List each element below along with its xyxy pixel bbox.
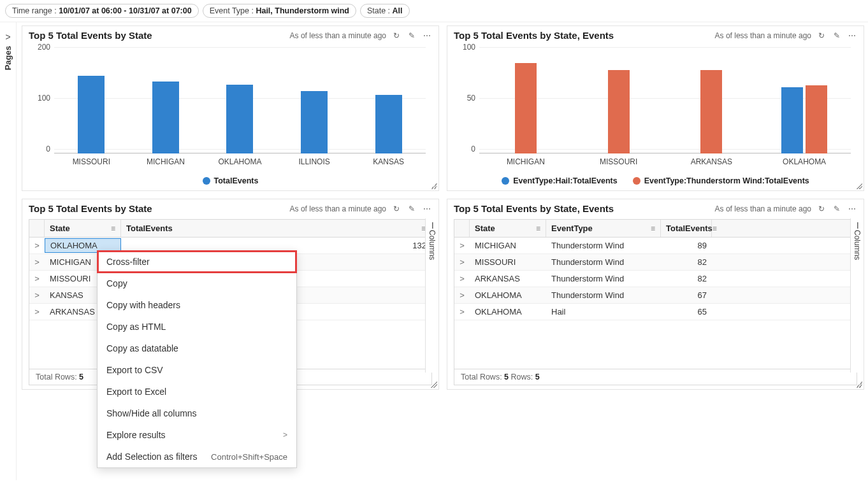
edit-icon[interactable]: ✎ [832,31,842,41]
columns-rail[interactable]: |||Columns [850,218,863,373]
table-cell[interactable]: 82 [661,272,712,285]
expand-row-icon[interactable]: > [454,255,470,269]
legend-item[interactable]: EventType:Thunderstorm Wind:TotalEvents [633,176,809,185]
resize-handle-icon[interactable] [431,183,437,189]
table-cell[interactable]: 89 [661,239,712,252]
context-menu-item[interactable]: Cross-filter [98,251,296,273]
table-cell[interactable]: OKLAHOMA [470,305,546,318]
column-header-label: TotalEvents [666,224,712,233]
table-row[interactable]: >OKLAHOMAThunderstorm Wind67 [454,287,857,304]
expand-row-icon[interactable]: > [454,272,470,285]
filter-pill[interactable]: State : All [360,4,410,18]
chart-top-left[interactable]: 0100200MISSOURIMICHIGANOKLAHOMAILLINOISK… [29,43,432,187]
bar-group[interactable] [572,70,665,153]
bar[interactable] [375,95,402,153]
bar[interactable] [152,82,179,153]
bar[interactable] [781,87,803,153]
x-tick-label: OKLAHOMA [758,157,851,166]
context-menu-item[interactable]: Explore results> [98,424,296,446]
table-cell[interactable]: Hail [546,305,661,318]
column-menu-icon[interactable]: ≡ [651,224,655,233]
bar-group[interactable] [665,70,758,153]
bar[interactable] [301,91,328,153]
context-menu-item[interactable]: Export to CSV [98,359,296,381]
table-row[interactable]: >MICHIGANThunderstorm Wind89 [454,238,857,254]
legend-item[interactable]: EventType:Hail:TotalEvents [502,176,617,185]
table-cell[interactable]: 65 [661,305,712,318]
column-header[interactable]: TotalEvents≡ [661,220,712,237]
context-menu-item[interactable]: Show/Hide all columns [98,402,296,424]
table-cell[interactable]: OKLAHOMA [470,288,546,302]
chevron-right-icon[interactable]: > [5,32,10,42]
table-row[interactable]: >MISSOURIThunderstorm Wind82 [454,254,857,271]
bar-group[interactable] [758,85,851,153]
column-menu-icon[interactable]: ≡ [712,224,717,233]
bar[interactable] [608,70,630,153]
table-cell[interactable]: 82 [661,255,712,269]
table-cell[interactable]: 67 [661,288,712,302]
table-cell[interactable]: Thunderstorm Wind [546,288,661,302]
expand-row-icon[interactable]: > [454,305,470,318]
table-row[interactable]: >OKLAHOMAHail65 [454,304,857,320]
column-menu-icon[interactable]: ≡ [536,224,540,233]
resize-handle-icon[interactable] [856,183,862,189]
edit-icon[interactable]: ✎ [407,204,417,214]
table-cell[interactable]: MICHIGAN [470,239,546,252]
column-header[interactable]: TotalEvents≡ [121,220,431,237]
context-menu-item[interactable]: Export to Excel [98,381,296,402]
table-cell[interactable]: Thunderstorm Wind [546,255,661,269]
context-menu-item[interactable]: Add Selection as filtersControl+Shift+Sp… [98,446,296,467]
column-header[interactable]: EventType≡ [546,220,661,237]
more-icon[interactable]: ⋯ [847,204,857,214]
refresh-icon[interactable]: ↻ [391,31,401,41]
table-cell[interactable]: Thunderstorm Wind [546,272,661,285]
bar[interactable] [806,85,827,153]
bar[interactable] [226,85,253,153]
bar[interactable] [700,70,722,153]
context-menu-item[interactable]: Copy as HTML [98,316,296,338]
expand-row-icon[interactable]: > [29,305,45,318]
expand-row-icon[interactable]: > [454,288,470,302]
filter-pill[interactable]: Time range : 10/01/07 at 06:00 - 10/31/0… [5,4,199,18]
context-menu-item[interactable]: Copy as datatable [98,338,296,359]
bar-group[interactable] [129,82,203,153]
table-cell[interactable]: Thunderstorm Wind [546,239,661,252]
resize-handle-icon[interactable] [856,381,862,388]
table-cell[interactable]: MISSOURI [470,255,546,269]
table-cell[interactable]: ARKANSAS [470,272,546,285]
edit-icon[interactable]: ✎ [832,204,842,214]
context-menu-label: Copy with headers [106,300,180,310]
refresh-icon[interactable]: ↻ [816,31,827,41]
y-tick-label: 100 [38,94,50,103]
more-icon[interactable]: ⋯ [422,204,432,214]
refresh-icon[interactable]: ↻ [816,204,827,214]
columns-rail[interactable]: |||Columns [425,218,438,373]
bar-group[interactable] [479,63,572,153]
pages-rail[interactable]: > Pages [0,22,17,480]
expand-row-icon[interactable]: > [29,288,45,302]
resize-handle-icon[interactable] [431,381,437,388]
column-menu-icon[interactable]: ≡ [111,224,115,233]
context-menu-item[interactable]: Copy [98,273,296,294]
refresh-icon[interactable]: ↻ [391,204,401,214]
chart-top-right[interactable]: 050100MICHIGANMISSOURIARKANSASOKLAHOMAEv… [454,43,857,187]
legend-item[interactable]: TotalEvents [203,176,259,185]
bar-group[interactable] [351,95,426,153]
bar[interactable] [78,76,105,153]
context-menu-item[interactable]: Copy with headers [98,294,296,316]
expand-row-icon[interactable]: > [29,272,45,285]
column-header[interactable]: State≡ [45,220,121,237]
more-icon[interactable]: ⋯ [847,31,857,41]
table-row[interactable]: >ARKANSASThunderstorm Wind82 [454,271,857,287]
bar-group[interactable] [277,91,352,153]
more-icon[interactable]: ⋯ [422,31,432,41]
bar[interactable] [515,63,537,153]
column-header[interactable]: State≡ [470,220,546,237]
expand-row-icon[interactable]: > [29,239,45,252]
bar-group[interactable] [203,85,277,153]
edit-icon[interactable]: ✎ [407,31,417,41]
expand-row-icon[interactable]: > [29,255,45,269]
bar-group[interactable] [54,76,129,153]
expand-row-icon[interactable]: > [454,239,470,252]
filter-pill[interactable]: Event Type : Hail, Thunderstorm wind [203,4,356,18]
